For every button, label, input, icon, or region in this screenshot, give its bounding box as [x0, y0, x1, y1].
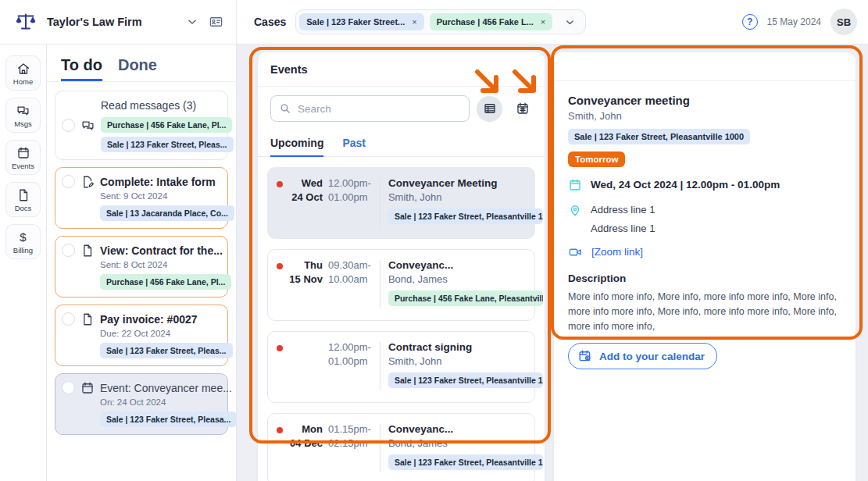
checkbox[interactable]: [62, 119, 75, 132]
home-icon: [16, 62, 30, 76]
description-heading: Description: [568, 273, 841, 284]
event-date: 04 Dec: [287, 437, 323, 449]
events-panel-title: Events: [258, 52, 545, 87]
sidebar-item-billing[interactable]: $ Billing: [5, 224, 41, 259]
todo-card-event-conveyancer[interactable]: Event: Conveyancer mee... On: 24 Oct 202…: [55, 373, 228, 435]
todo-panel: To do Done Read messages (3) Purchase | …: [47, 45, 237, 481]
divider: [380, 260, 380, 308]
event-item-conveyanc-dec[interactable]: Mon 04 Dec 01.15pm- 02.15pm Conveyanc...…: [267, 413, 535, 481]
todo-subtitle: Due: 22 Oct 2024: [100, 329, 221, 338]
event-item-conveyancer-meeting[interactable]: Wed 24 Oct 12.00pm- 01.00pm Conveyancer …: [267, 167, 535, 239]
event-time-start: 12.00pm-: [328, 177, 376, 189]
case-tag: Sale | 123 Faker Street, Pleas...: [101, 137, 234, 152]
description-text: More info more info, More info, more inf…: [568, 290, 841, 333]
location-pin-icon: [568, 203, 582, 217]
calendar-view-button[interactable]: [509, 96, 535, 122]
search-input[interactable]: [298, 103, 461, 115]
case-tag: Sale | 123 Faker Street, Pleas...: [100, 343, 233, 358]
case-tag: Sale | 123 Faker Street, Pleasa...: [100, 412, 237, 427]
list-view-button[interactable]: [477, 96, 502, 122]
remove-chip-icon[interactable]: ×: [541, 17, 545, 27]
todo-title: View: Contract for the...: [100, 244, 223, 257]
divider: [380, 424, 380, 472]
checkbox[interactable]: [62, 381, 75, 394]
search-icon: [279, 102, 291, 115]
sidebar-item-docs[interactable]: Docs: [5, 182, 41, 217]
event-detail-datetime: Wed, 24 Oct 2024 | 12.00pm - 01.00pm: [591, 178, 780, 191]
event-date: 15 Nov: [287, 273, 323, 285]
todo-tabs: To do Done: [47, 45, 236, 82]
help-icon[interactable]: ?: [742, 14, 758, 30]
contact-card-icon[interactable]: [209, 15, 223, 29]
case-chip-purchase[interactable]: Purchase | 456 Fake L... ×: [430, 13, 553, 30]
chevron-down-icon[interactable]: [186, 16, 198, 28]
events-toolbar: [258, 87, 545, 129]
chat-bubbles-icon: [16, 104, 30, 118]
tab-todo[interactable]: To do: [61, 56, 102, 81]
tomorrow-badge: Tomorrow: [568, 151, 625, 167]
address-line-2: Address line 1: [591, 223, 655, 234]
tab-upcoming[interactable]: Upcoming: [270, 129, 323, 157]
event-day: Wed: [287, 177, 323, 189]
case-tag: Sale | 13 Jacaranda Place, Co...: [100, 205, 234, 221]
event-title: Conveyanc...: [388, 423, 528, 435]
sidebar-item-msgs[interactable]: Msgs: [5, 98, 41, 133]
red-dot-icon: [277, 345, 283, 351]
cases-dropdown-chevron-icon[interactable]: [558, 16, 582, 28]
case-tag: Purchase | 456 Fake Lane, Pleasantvill..…: [388, 290, 543, 306]
todo-card-read-messages[interactable]: Read messages (3) Purchase | 456 Fake La…: [55, 91, 228, 160]
brand-section: Taylor's Law Firm: [0, 0, 237, 44]
events-list: Wed 24 Oct 12.00pm- 01.00pm Conveyancer …: [258, 157, 545, 481]
todo-card-intake-form[interactable]: Complete: Intake form Sent: 9 Oct 2024 S…: [55, 167, 228, 229]
todo-title: Pay invoice: #0027: [100, 313, 198, 326]
app-window: Taylor's Law Firm Cases: [0, 0, 868, 481]
todo-title: Read messages (3): [101, 99, 196, 112]
firm-name: Taylor's Law Firm: [47, 16, 142, 28]
case-tag: Purchase | 456 Fake Lane, Pl...: [101, 117, 232, 133]
event-item-conveyanc[interactable]: Thu 15 Nov 09.30am- 10.00am Conveyanc...…: [267, 249, 535, 321]
document-icon: [16, 188, 30, 202]
sidebar-item-events[interactable]: Events: [5, 140, 41, 175]
event-item-contract-signing[interactable]: 12.00pm- 01.00pm Contract signing Smith,…: [267, 331, 535, 403]
checkbox[interactable]: [62, 175, 75, 188]
event-time-start: 09.30am-: [328, 259, 376, 271]
event-person: Bond, James: [388, 437, 528, 449]
dollar-icon: $: [20, 230, 26, 244]
event-date: 24 Oct: [287, 191, 323, 203]
event-person: Smith, John: [388, 355, 528, 367]
event-day: Mon: [287, 423, 323, 435]
todo-title: Complete: Intake form: [100, 176, 216, 188]
event-person: Smith, John: [388, 191, 528, 203]
todo-card-view-contract[interactable]: View: Contract for the... Sent: 8 Oct 20…: [55, 236, 228, 298]
topbar-right: ? 15 May 2024 SB: [742, 0, 868, 44]
checkbox[interactable]: [62, 244, 75, 257]
tab-done[interactable]: Done: [118, 56, 157, 81]
todo-subtitle: Sent: 9 Oct 2024: [100, 191, 221, 201]
todo-card-list: Read messages (3) Purchase | 456 Fake La…: [47, 82, 236, 435]
case-tag: Sale | 123 Faker Street, Pleasantville 1…: [568, 129, 750, 144]
todo-card-pay-invoice[interactable]: Pay invoice: #0027 Due: 22 Oct 2024 Sale…: [55, 305, 228, 366]
todo-title: Event: Conveyancer mee...: [100, 382, 232, 394]
chat-bubbles-icon: [80, 119, 95, 133]
search-box[interactable]: [270, 95, 470, 122]
avatar[interactable]: SB: [830, 9, 857, 35]
event-title: Conveyanc...: [388, 259, 528, 271]
remove-chip-icon[interactable]: ×: [412, 17, 416, 27]
event-title: Conveyancer Meeting: [388, 177, 528, 189]
tab-past[interactable]: Past: [342, 129, 366, 156]
document-icon: [80, 312, 95, 326]
todo-subtitle: Sent: 8 Oct 2024: [100, 260, 221, 269]
nav-rail: Home Msgs Events Docs $ Billing: [0, 45, 47, 481]
red-dot-icon: [277, 263, 283, 269]
zoom-link[interactable]: [Zoom link]: [591, 245, 643, 258]
calendar-add-icon: [578, 349, 592, 363]
cases-label: Cases: [254, 16, 286, 28]
event-time-start: 12.00pm-: [328, 341, 376, 353]
add-to-calendar-button[interactable]: Add to your calendar: [568, 343, 717, 369]
todo-subtitle: On: 24 Oct 2024: [100, 397, 221, 407]
case-chip-sale[interactable]: Sale | 123 Faker Street... ×: [299, 13, 423, 30]
sidebar-item-home[interactable]: Home: [5, 55, 41, 91]
list-view-icon: [483, 102, 497, 116]
checkbox[interactable]: [62, 312, 75, 326]
events-panel: Events Upcoming Past: [258, 52, 545, 481]
